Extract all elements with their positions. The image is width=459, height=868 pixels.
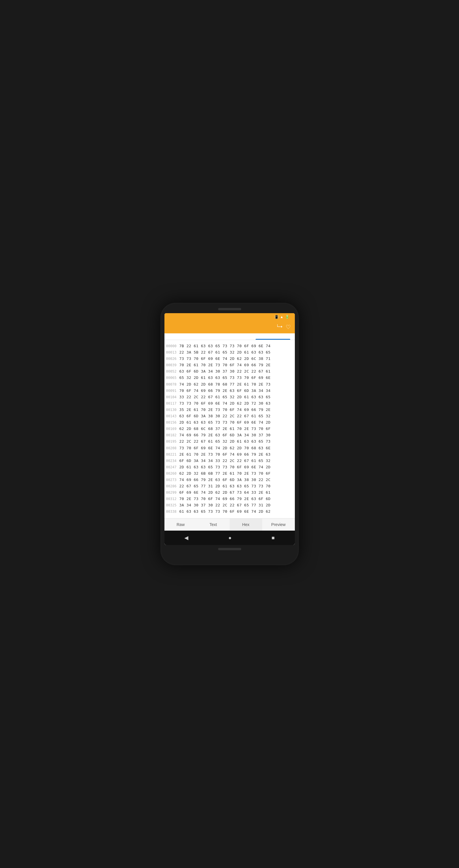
hex-row: 0026062 2D 32 6B 6B 77 2E 61 70 2E 73 70… [166,470,293,477]
bottom-tab-raw[interactable]: Raw [164,519,197,531]
hex-addr: 00130 [166,407,179,413]
hex-bytes: 73 70 6F 69 6E 74 2D 62 2D 70 68 63 6E [179,445,271,451]
hex-row: 002472D 61 63 63 65 73 73 70 6F 69 6E 74… [166,464,293,470]
hex-addr: 00078 [166,381,179,387]
hex-addr: 00208 [166,445,179,451]
hex-addr: 00039 [166,362,179,368]
hex-row: 0006565 32 2D 61 63 63 65 73 73 70 6F 69… [166,375,293,381]
nav-bar: ◀●■ [164,531,295,545]
hex-addr: 00299 [166,490,179,495]
hex-row: 002996F 69 6E 74 2D 62 2D 67 73 64 33 2E… [166,489,293,496]
hex-row: 0028622 67 65 77 31 2D 61 63 63 65 73 73… [166,483,293,489]
hex-addr: 00065 [166,375,179,381]
hex-bytes: 74 69 66 79 2E 63 6F 6D 3A 38 30 22 2C [179,477,271,483]
hex-bytes: 70 6F 74 69 66 79 2E 63 6F 6D 3A 34 34 [179,388,271,394]
hex-addr: 00182 [166,432,179,438]
speaker-top [218,308,241,310]
hex-bytes: 22 67 65 77 31 2D 61 63 63 65 73 73 70 [179,483,271,489]
vibrate-icon: 📳 [274,315,279,319]
back-nav-icon[interactable]: ◀ [184,535,188,541]
share-button[interactable]: ⮡ [277,324,283,331]
hex-addr: 00312 [166,496,179,502]
hex-row: 0007874 2D 62 2D 68 78 68 77 2E 61 70 2E… [166,381,293,388]
hex-bytes: 74 2D 62 2D 68 78 68 77 2E 61 70 2E 73 [179,381,271,388]
hex-bytes: 35 2E 61 70 2E 73 70 6F 74 69 66 79 2E [179,407,271,413]
hex-addr: 00000 [166,343,179,349]
hex-addr: 00117 [166,401,179,406]
hex-row: 0003970 2E 61 70 2E 73 70 6F 74 69 66 79… [166,362,293,368]
hex-addr: 00052 [166,369,179,374]
phone-frame: 📳 ▲ 🔋 ⮡ ♡ 000007B 22 61 63 63 65 73 73 7… [160,303,299,565]
hex-addr: 00143 [166,413,179,419]
hex-bytes: 74 69 66 79 2E 63 6F 6D 3A 34 30 37 30 [179,432,271,438]
hex-addr: 00104 [166,394,179,400]
tab-response[interactable] [251,333,295,340]
hex-row: 0016962 2D 68 6C 68 37 2E 61 70 2E 73 70… [166,426,293,432]
tabs-bar [164,333,295,340]
hex-bytes: 73 73 70 6F 69 6E 74 2D 62 2D 6C 38 71 [179,355,271,362]
hex-addr: 00169 [166,426,179,432]
wifi-icon: ▲ [280,315,284,319]
hex-bytes: 63 6F 6D 3A 38 30 22 2C 22 67 61 65 32 [179,413,271,419]
hex-bytes: 61 63 63 65 73 73 70 6F 69 6E 74 2D 62 [179,508,271,515]
hex-bytes: 6F 69 6E 74 2D 62 2D 67 73 64 33 2E 61 [179,489,271,496]
hex-bytes: 33 22 2C 22 67 61 65 32 2D 61 63 63 65 [179,394,271,400]
hex-bytes: 3A 34 30 37 30 22 2C 22 67 65 77 31 2D [179,502,271,508]
hex-bytes: 70 2E 73 70 6F 74 69 66 79 2E 63 6F 6D [179,496,271,502]
hex-addr: 00026 [166,356,179,362]
hex-row: 003253A 34 30 37 30 22 2C 22 67 65 77 31… [166,502,293,508]
hex-bytes: 2E 61 70 2E 73 70 6F 74 69 66 79 2E 63 [179,451,271,458]
tab-request[interactable] [208,333,251,340]
hex-row: 0031270 2E 73 70 6F 74 69 66 79 2E 63 6F… [166,496,293,502]
hex-bytes: 62 2D 68 6C 68 37 2E 61 70 2E 73 70 6F [179,426,271,432]
hex-bytes: 63 6F 6D 3A 34 30 37 30 22 2C 22 67 61 [179,368,271,375]
hex-row: 0019522 2C 22 67 61 65 32 2D 61 63 63 65… [166,438,293,445]
hex-bytes: 65 32 2D 61 63 63 65 73 73 70 6F 69 6E [179,375,271,381]
hex-addr: 00286 [166,483,179,489]
hex-row: 0011773 73 70 6F 69 6E 74 2D 62 2D 72 30… [166,400,293,407]
hex-addr: 00338 [166,509,179,515]
hex-row: 0002673 73 70 6F 69 6E 74 2D 62 2D 6C 38… [166,355,293,362]
app-header: ⮡ ♡ [164,321,295,333]
hex-bytes: 22 3A 5B 22 67 61 65 32 2D 61 63 63 65 [179,349,271,355]
bottom-tab-text[interactable]: Text [197,519,230,531]
hex-content-area: 000007B 22 61 63 63 65 73 73 70 6F 69 6E… [164,340,295,518]
phone-screen: 📳 ▲ 🔋 ⮡ ♡ 000007B 22 61 63 63 65 73 73 7… [164,313,295,545]
hex-addr: 00013 [166,349,179,355]
hex-row: 0027374 69 66 79 2E 63 6F 6D 3A 38 30 22… [166,477,293,483]
hex-addr: 00260 [166,471,179,476]
hex-bytes: 2D 61 63 63 65 73 73 70 6F 69 6E 74 2D [179,419,271,426]
hex-row: 0013035 2E 61 70 2E 73 70 6F 74 69 66 79… [166,407,293,413]
hex-row: 0033861 63 63 65 73 73 70 6F 69 6E 74 2D… [166,508,293,515]
battery-icon: 🔋 [285,315,289,319]
hex-bytes: 6F 6D 3A 34 34 33 22 2C 22 67 61 65 32 [179,458,271,464]
bottom-tab-preview[interactable]: Preview [262,519,295,531]
bottom-tabs: RawTextHexPreview [164,518,295,531]
hex-bytes: 70 2E 61 70 2E 73 70 6F 74 69 66 79 2E [179,362,271,368]
hex-addr: 00273 [166,477,179,483]
bottom-tab-hex[interactable]: Hex [230,519,262,531]
hex-row: 0005263 6F 6D 3A 34 30 37 30 22 2C 22 67… [166,368,293,375]
hex-row: 0001322 3A 5B 22 67 61 65 32 2D 61 63 63… [166,349,293,355]
hex-row: 002212E 61 70 2E 73 70 6F 74 69 66 79 2E… [166,451,293,458]
hex-bytes: 62 2D 32 6B 6B 77 2E 61 70 2E 73 70 6F [179,470,271,477]
hex-row: 0009170 6F 74 69 66 79 2E 63 6F 6D 3A 34… [166,388,293,394]
hex-addr: 00156 [166,420,179,425]
hex-addr: 00195 [166,439,179,444]
hex-row: 000007B 22 61 63 63 65 73 73 70 6F 69 6E… [166,343,293,349]
hex-row: 0014363 6F 6D 3A 38 30 22 2C 22 67 61 65… [166,413,293,419]
favorite-button[interactable]: ♡ [286,323,291,331]
recent-nav-icon[interactable]: ■ [272,535,275,541]
hex-row: 002346F 6D 3A 34 34 33 22 2C 22 67 61 65… [166,458,293,464]
home-nav-icon[interactable]: ● [228,535,232,541]
hex-bytes: 2D 61 63 63 65 73 73 70 6F 69 6E 74 2D [179,464,271,470]
hex-addr: 00091 [166,388,179,394]
speaker-bottom [218,548,241,550]
hex-addr: 00234 [166,458,179,464]
tab-overview[interactable] [164,333,208,340]
hex-row: 0010433 22 2C 22 67 61 65 32 2D 61 63 63… [166,394,293,400]
hex-addr: 00325 [166,502,179,508]
hex-bytes: 7B 22 61 63 63 65 73 73 70 6F 69 6E 74 [179,343,271,349]
hex-row: 001562D 61 63 63 65 73 73 70 6F 69 6E 74… [166,419,293,426]
hex-addr: 00247 [166,464,179,470]
